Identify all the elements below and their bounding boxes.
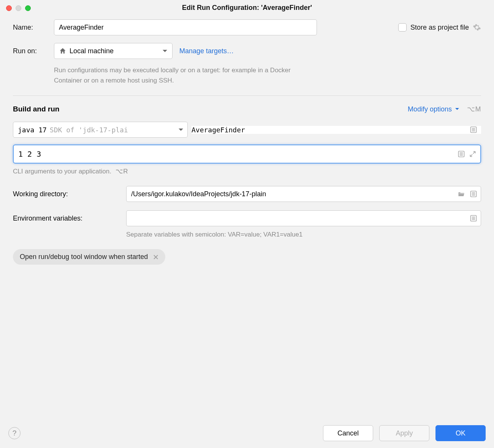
dialog-title: Edit Run Configuration: 'AverageFinder' bbox=[182, 4, 312, 12]
name-row: Name: Store as project file bbox=[13, 19, 481, 35]
sdk-detail: SDK of 'jdk-17-plai bbox=[50, 126, 128, 134]
help-button[interactable]: ? bbox=[8, 427, 21, 439]
run-on-label: Run on: bbox=[13, 47, 54, 55]
program-arguments-input[interactable] bbox=[18, 149, 476, 159]
close-window-button[interactable] bbox=[6, 5, 12, 11]
apply-button[interactable]: Apply bbox=[379, 425, 429, 441]
main-class-icons bbox=[470, 126, 477, 133]
args-shortcut: ⌥R bbox=[116, 168, 128, 175]
environment-variables-hint: Separate variables with semicolon: VAR=v… bbox=[126, 231, 481, 238]
main-class-field[interactable] bbox=[192, 122, 481, 138]
gear-icon[interactable] bbox=[473, 23, 481, 32]
build-and-run-title: Build and run bbox=[13, 105, 59, 113]
store-as-project-file-checkbox[interactable] bbox=[398, 23, 407, 32]
ok-button[interactable]: OK bbox=[435, 425, 486, 441]
list-icon[interactable] bbox=[470, 214, 477, 222]
build-and-run-header: Build and run Modify options ⌥M bbox=[13, 105, 481, 113]
name-input[interactable] bbox=[54, 19, 317, 35]
folder-open-icon[interactable] bbox=[458, 190, 465, 198]
zoom-window-button[interactable] bbox=[25, 5, 31, 11]
manage-targets-link[interactable]: Manage targets… bbox=[179, 47, 234, 55]
args-hint-text: CLI arguments to your application. bbox=[13, 168, 111, 175]
store-as-project-file-label: Store as project file bbox=[410, 24, 469, 32]
expand-icon[interactable] bbox=[469, 150, 477, 158]
args-icons bbox=[458, 150, 477, 158]
footer-buttons: Cancel Apply OK bbox=[323, 425, 486, 441]
content: Name: Store as project file Run on: Loca… bbox=[0, 14, 494, 418]
close-icon[interactable] bbox=[153, 254, 158, 260]
program-arguments-field[interactable] bbox=[13, 145, 481, 164]
chevron-down-icon bbox=[178, 128, 184, 132]
list-icon[interactable] bbox=[458, 150, 465, 158]
chevron-down-icon bbox=[162, 49, 168, 53]
working-directory-row: Working directory: bbox=[13, 186, 481, 202]
chip-label: Open run/debug tool window when started bbox=[20, 253, 148, 261]
workdir-icons bbox=[458, 190, 477, 198]
environment-variables-input[interactable] bbox=[126, 210, 481, 226]
cancel-button[interactable]: Cancel bbox=[323, 425, 373, 441]
home-icon bbox=[59, 47, 66, 55]
run-on-value: Local machine bbox=[70, 47, 114, 55]
environment-variables-row: Environment variables: bbox=[13, 210, 481, 226]
working-directory-label: Working directory: bbox=[13, 190, 126, 198]
sdk-class-row: java 17 SDK of 'jdk-17-plai bbox=[13, 122, 481, 138]
store-as-project-file-group: Store as project file bbox=[398, 23, 481, 32]
option-chip-open-tool-window[interactable]: Open run/debug tool window when started bbox=[13, 249, 165, 265]
env-icons bbox=[470, 214, 477, 222]
name-label: Name: bbox=[13, 24, 54, 32]
main-class-input[interactable] bbox=[192, 126, 481, 134]
run-on-hint: Run configurations may be executed local… bbox=[54, 65, 320, 86]
sdk-name: java 17 bbox=[18, 126, 47, 134]
list-icon[interactable] bbox=[470, 126, 477, 133]
working-directory-box bbox=[126, 186, 481, 202]
footer: ? Cancel Apply OK bbox=[0, 418, 494, 448]
window-controls bbox=[6, 5, 31, 11]
dialog-window: Edit Run Configuration: 'AverageFinder' … bbox=[0, 0, 494, 448]
minimize-window-button[interactable] bbox=[16, 5, 21, 11]
chevron-down-icon bbox=[455, 108, 459, 111]
titlebar: Edit Run Configuration: 'AverageFinder' bbox=[0, 0, 494, 14]
environment-variables-box bbox=[126, 210, 481, 226]
working-directory-input[interactable] bbox=[126, 186, 481, 202]
modify-options-group[interactable]: Modify options ⌥M bbox=[408, 105, 481, 113]
divider bbox=[13, 95, 481, 96]
run-on-row: Run on: Local machine Manage targets… bbox=[13, 43, 481, 59]
args-hint: CLI arguments to your application. ⌥R bbox=[13, 167, 481, 175]
environment-variables-label: Environment variables: bbox=[13, 214, 126, 222]
list-icon[interactable] bbox=[470, 190, 477, 198]
run-on-select[interactable]: Local machine bbox=[54, 43, 173, 59]
modify-options-link[interactable]: Modify options bbox=[408, 105, 452, 113]
modify-options-shortcut: ⌥M bbox=[467, 105, 481, 113]
sdk-select[interactable]: java 17 SDK of 'jdk-17-plai bbox=[13, 122, 188, 138]
